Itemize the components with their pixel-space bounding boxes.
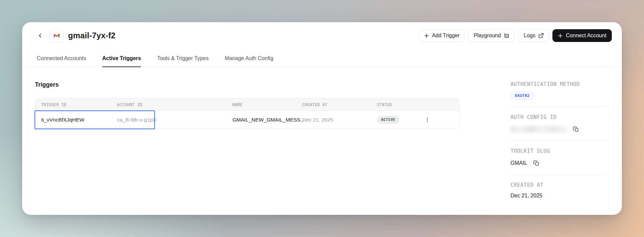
back-button[interactable] xyxy=(36,31,45,40)
divider xyxy=(511,107,605,107)
copy-auth-config-id-button[interactable] xyxy=(572,125,580,134)
copy-icon xyxy=(533,160,539,166)
divider xyxy=(511,141,605,141)
column-header-created-at: CREATED AT xyxy=(302,102,377,107)
divider xyxy=(511,175,605,175)
row-menu-button[interactable] xyxy=(422,115,432,125)
copy-toolkit-slug-button[interactable] xyxy=(532,159,541,168)
tab-manage-auth-config[interactable]: Manage Auth Config xyxy=(225,55,273,67)
playground-button[interactable]: Playground xyxy=(468,29,515,42)
auth-config-id-label: AUTH CONFIG ID xyxy=(511,114,605,120)
triggers-section: Triggers TRIGGER ID ACCOUNT ID NAME CREA… xyxy=(35,67,460,129)
table-row[interactable]: ti_vVncBfXJqHEW ca_B-l9b-u-g1pD GMAIL_NE… xyxy=(35,111,459,129)
logs-button[interactable]: Logs xyxy=(518,29,549,42)
app-window-icon xyxy=(504,33,509,39)
connect-account-button[interactable]: Connect Account xyxy=(552,29,612,42)
cell-account-id: ca_B-l9b-u-g1pD xyxy=(117,117,232,123)
tab-bar: Connected Accounts Active Triggers Tools… xyxy=(22,46,622,67)
plus-icon xyxy=(558,33,563,38)
gmail-logo-icon xyxy=(50,29,63,43)
toolkit-slug-value: GMAIL xyxy=(511,160,527,166)
cell-trigger-id: ti_vVncBfXJqHEW xyxy=(35,117,117,123)
logs-label: Logs xyxy=(524,33,535,39)
toolkit-slug-label: TOOLKIT SLUG xyxy=(511,148,605,154)
chevron-left-icon xyxy=(38,33,43,38)
column-header-trigger-id: TRIGGER ID xyxy=(35,102,117,107)
plus-icon xyxy=(424,33,429,38)
page-title: gmail-7yx-f2 xyxy=(68,31,115,40)
cell-name: GMAIL_NEW_GMAIL_MESS... xyxy=(232,117,302,123)
tab-tools-trigger-types[interactable]: Tools & Trigger Types xyxy=(157,55,209,67)
header-actions: Add Trigger Playground Logs Connect Acco… xyxy=(419,29,612,42)
tab-active-triggers[interactable]: Active Triggers xyxy=(102,55,141,67)
created-at-label: CREATED AT xyxy=(511,182,605,188)
column-header-status: STATUS xyxy=(377,102,412,107)
cell-status: ACTIVE xyxy=(377,116,412,124)
tab-connected-accounts[interactable]: Connected Accounts xyxy=(37,55,86,67)
kebab-menu-icon xyxy=(425,117,430,123)
created-at-value: Dec 21, 2025 xyxy=(511,193,542,199)
header-title-group: gmail-7yx-f2 xyxy=(36,29,115,43)
add-trigger-button[interactable]: Add Trigger xyxy=(419,29,465,42)
column-header-account-id: ACCOUNT ID xyxy=(117,102,232,107)
column-header-name: NAME xyxy=(232,102,302,107)
add-trigger-label: Add Trigger xyxy=(432,33,460,39)
triggers-table: TRIGGER ID ACCOUNT ID NAME CREATED AT ST… xyxy=(35,98,460,129)
details-panel: AUTHENTICATION METHOD OAUTH2 AUTH CONFIG… xyxy=(511,81,605,199)
section-title: Triggers xyxy=(35,81,460,88)
auth-method-label: AUTHENTICATION METHOD xyxy=(511,81,605,87)
cell-actions xyxy=(412,115,459,125)
oauth2-badge: OAUTH2 xyxy=(511,92,534,100)
playground-label: Playground xyxy=(474,33,501,39)
status-badge: ACTIVE xyxy=(377,116,399,124)
copy-icon xyxy=(573,126,579,132)
external-link-icon xyxy=(538,33,544,38)
connect-account-label: Connect Account xyxy=(566,33,606,39)
redacted-auth-config-id xyxy=(511,126,567,133)
cell-created-at: Dec 21, 2025 xyxy=(302,117,377,123)
app-window: gmail-7yx-f2 Add Trigger Playground Logs… xyxy=(22,22,622,215)
page-header: gmail-7yx-f2 Add Trigger Playground Logs… xyxy=(22,22,622,46)
table-header-row: TRIGGER ID ACCOUNT ID NAME CREATED AT ST… xyxy=(35,99,459,111)
